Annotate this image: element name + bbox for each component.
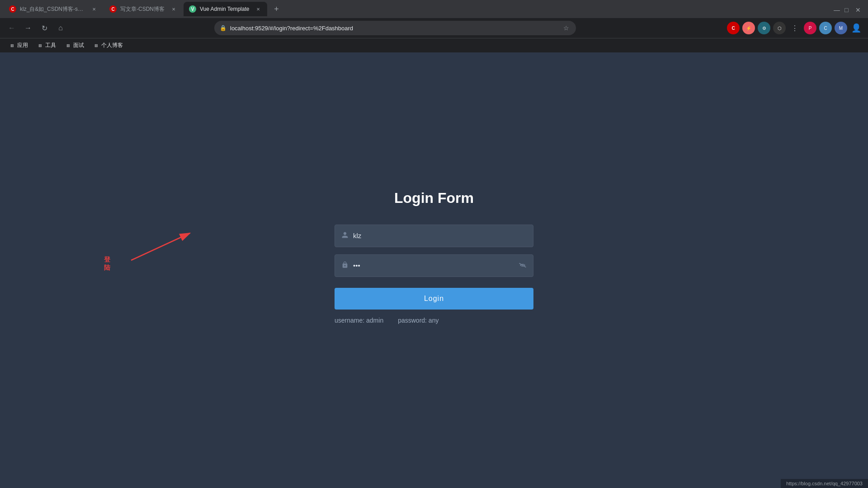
bookmark-tools[interactable]: ⊞ 工具 bbox=[33, 40, 60, 51]
tab1-title: klz_自&如_CSDN博客-springbo... bbox=[20, 5, 85, 13]
annotation-label: 登陆 bbox=[104, 256, 110, 272]
new-tab-button[interactable]: + bbox=[270, 3, 283, 15]
extension-icon-1[interactable]: C bbox=[727, 22, 740, 34]
extension-icon-7[interactable]: M bbox=[835, 22, 847, 34]
tab-bar: C klz_自&如_CSDN博客-springbo... ✕ C 写文章-CSD… bbox=[0, 0, 868, 18]
login-button[interactable]: Login bbox=[335, 288, 533, 310]
bookmark-star-icon[interactable]: ☆ bbox=[561, 23, 571, 33]
username-input-wrapper bbox=[335, 225, 533, 247]
extension-icon-6[interactable]: C bbox=[819, 22, 832, 34]
lock-icon bbox=[341, 261, 349, 270]
tab-3[interactable]: V Vue Admin Template ✕ bbox=[184, 2, 267, 16]
tab3-favicon: V bbox=[189, 5, 196, 13]
extension-icon-2[interactable]: ⚡ bbox=[742, 22, 755, 34]
hint-password: password: any bbox=[398, 317, 439, 324]
username-input[interactable] bbox=[353, 232, 527, 239]
username-form-group bbox=[335, 225, 533, 247]
hint-text: username: admin password: any bbox=[335, 317, 439, 324]
extension-icon-5[interactable]: P bbox=[804, 22, 816, 34]
annotation-arrow bbox=[118, 229, 208, 265]
browser-chrome: C klz_自&如_CSDN博客-springbo... ✕ C 写文章-CSD… bbox=[0, 0, 868, 52]
reload-button[interactable]: ↻ bbox=[38, 22, 51, 34]
tab2-favicon: C bbox=[109, 5, 117, 13]
blog-favicon: ⊞ bbox=[93, 42, 99, 49]
extension-icon-3[interactable]: ⚙ bbox=[758, 22, 770, 34]
tab1-close[interactable]: ✕ bbox=[90, 5, 98, 13]
bookmark-apps[interactable]: ⊞ 应用 bbox=[5, 40, 32, 51]
svg-line-1 bbox=[131, 233, 190, 260]
profile-icon[interactable]: 👤 bbox=[850, 22, 863, 34]
extension-icon-4[interactable]: ⬡ bbox=[773, 22, 786, 34]
address-text: localhost:9529/#/login?redirect=%2Fdashb… bbox=[230, 25, 353, 32]
window-controls: — □ ✕ bbox=[834, 6, 864, 12]
bookmark-interview-label: 面试 bbox=[73, 42, 84, 49]
home-button[interactable]: ⌂ bbox=[54, 22, 67, 34]
bookmark-blog[interactable]: ⊞ 个人博客 bbox=[90, 40, 127, 51]
toggle-password-icon[interactable] bbox=[519, 262, 527, 269]
bookmark-blog-label: 个人博客 bbox=[101, 42, 123, 49]
back-button[interactable]: ← bbox=[5, 22, 18, 34]
password-input[interactable] bbox=[353, 262, 514, 269]
status-bar: https://blog.csdn.net/qq_42977003 bbox=[781, 479, 868, 488]
tab-2[interactable]: C 写文章-CSDN博客 ✕ bbox=[104, 2, 183, 16]
tab2-close[interactable]: ✕ bbox=[170, 5, 177, 13]
password-input-wrapper bbox=[335, 254, 533, 277]
toolbar-icons: C ⚡ ⚙ ⬡ ⋮ P C M 👤 bbox=[727, 22, 863, 34]
tab3-close[interactable]: ✕ bbox=[255, 5, 262, 13]
tools-favicon: ⊞ bbox=[37, 42, 43, 49]
bookmark-apps-label: 应用 bbox=[17, 42, 28, 49]
tab3-title: Vue Admin Template bbox=[200, 6, 249, 12]
password-form-group bbox=[335, 254, 533, 277]
page-content: Login Form bbox=[0, 52, 868, 488]
lock-icon: 🔒 bbox=[220, 25, 226, 31]
bookmarks-bar: ⊞ 应用 ⊞ 工具 ⊞ 面试 ⊞ 个人博客 bbox=[0, 38, 868, 52]
address-bar-row: ← → ↻ ⌂ 🔒 localhost:9529/#/login?redirec… bbox=[0, 18, 868, 38]
bookmark-interview[interactable]: ⊞ 面试 bbox=[61, 40, 88, 51]
address-icons: ☆ bbox=[561, 23, 571, 33]
close-button[interactable]: ✕ bbox=[855, 6, 861, 12]
tab2-title: 写文章-CSDN博客 bbox=[120, 5, 165, 13]
maximize-button[interactable]: □ bbox=[844, 6, 850, 12]
tab1-favicon: C bbox=[9, 5, 16, 13]
login-container: Login Form bbox=[335, 190, 533, 324]
settings-icon[interactable]: ⋮ bbox=[788, 22, 801, 34]
interview-favicon: ⊞ bbox=[65, 42, 71, 49]
apps-favicon: ⊞ bbox=[9, 42, 15, 49]
user-icon bbox=[341, 231, 349, 240]
login-title: Login Form bbox=[394, 190, 474, 206]
status-url: https://blog.csdn.net/qq_42977003 bbox=[786, 481, 863, 486]
forward-button[interactable]: → bbox=[22, 22, 34, 34]
address-bar[interactable]: 🔒 localhost:9529/#/login?redirect=%2Fdas… bbox=[214, 21, 576, 35]
hint-username: username: admin bbox=[335, 317, 383, 324]
minimize-button[interactable]: — bbox=[834, 6, 839, 12]
bookmark-tools-label: 工具 bbox=[45, 42, 56, 49]
tab-1[interactable]: C klz_自&如_CSDN博客-springbo... ✕ bbox=[4, 2, 103, 16]
